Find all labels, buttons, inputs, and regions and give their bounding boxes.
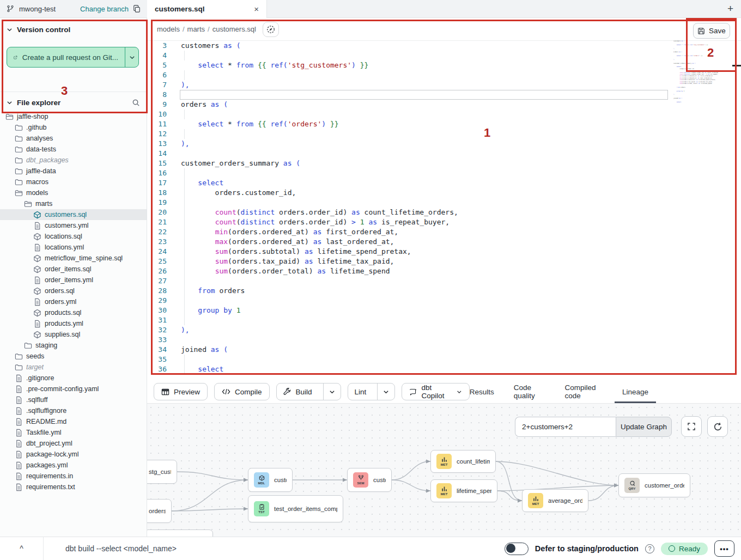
file-tree-item-metricflow-time-spine-sql[interactable]: metricflow_time_spine.sql xyxy=(0,253,147,264)
code-line-29[interactable]: 29 xyxy=(147,296,741,306)
file-tree-item-dbt-project-yml[interactable]: dbt_project.yml xyxy=(0,438,147,449)
code-line-9[interactable]: 9orders as ( xyxy=(147,100,741,109)
file-tree-item-package-lock-yml[interactable]: package-lock.yml xyxy=(0,449,147,460)
code-line-19[interactable]: 19 xyxy=(147,198,741,208)
result-tab-compiled-code[interactable]: Compiled code xyxy=(565,380,603,403)
file-tree-item--sqlfluffignore[interactable]: .sqlfluffignore xyxy=(0,405,147,416)
code-line-16[interactable]: 16 xyxy=(147,168,741,178)
file-tree-item-locations-yml[interactable]: locations.yml xyxy=(0,242,147,253)
create-pr-button[interactable]: Create a pull request on Git... xyxy=(7,47,139,68)
lineage-node-sem_customers[interactable]: SEMcustomers xyxy=(347,468,392,492)
code-line-4[interactable]: 4 xyxy=(147,51,741,60)
file-tree-item-readme-md[interactable]: README.md xyxy=(0,416,147,427)
result-tab-code-quality[interactable]: Code quality xyxy=(514,380,545,403)
code-line-33[interactable]: 33 xyxy=(147,335,741,345)
file-tree-item-requirements-in[interactable]: requirements.in xyxy=(0,471,147,482)
code-line-36[interactable]: 36 select xyxy=(147,364,741,374)
file-tree-item--gitignore[interactable]: .gitignore xyxy=(0,373,147,384)
file-tree-item-jaffle-shop[interactable]: jaffle-shop xyxy=(0,111,147,122)
file-tree-item--pre-commit-config-yaml[interactable]: .pre-commit-config.yaml xyxy=(0,384,147,394)
code-line-15[interactable]: 15customer_orders_summary as ( xyxy=(147,159,741,168)
code-line-25[interactable]: 25 sum(orders.tax_paid) as lifetime_tax_… xyxy=(147,257,741,266)
file-tree-item-marts[interactable]: marts xyxy=(0,198,147,209)
tab-close-icon[interactable]: × xyxy=(254,5,259,13)
lineage-node-average_order_value[interactable]: METaverage_order_value xyxy=(522,489,588,512)
update-graph-button[interactable]: Update Graph xyxy=(616,417,672,437)
lineage-node-customer_order_metrics[interactable]: QRYcustomer_order_metrics xyxy=(618,473,690,497)
code-line-12[interactable]: 12 xyxy=(147,129,741,139)
file-tree-item-order-items-sql[interactable]: order_items.sql xyxy=(0,264,147,275)
preview-button[interactable]: Preview xyxy=(154,383,208,400)
expand-command-bar-button[interactable]: ^ xyxy=(0,537,44,560)
file-tree-item-customers-yml[interactable]: customers.yml xyxy=(0,220,147,231)
file-tree-item-staging[interactable]: staging xyxy=(0,340,147,351)
file-tree-item-supplies-sql[interactable]: supplies.sql xyxy=(0,329,147,340)
file-tree-item-orders-sql[interactable]: orders.sql xyxy=(0,285,147,296)
file-tree-item-requirements-txt[interactable]: requirements.txt xyxy=(0,482,147,492)
lineage-node-partial_node[interactable] xyxy=(147,529,213,537)
tab-customers-sql[interactable]: customers.sql × xyxy=(147,0,267,18)
help-icon[interactable]: ? xyxy=(645,544,654,553)
code-line-35[interactable]: 35 xyxy=(147,355,741,364)
code-editor[interactable]: 3customers as (45 select * from {{ ref('… xyxy=(147,41,741,380)
lineage-node-stg_customers[interactable]: MDLstg_customers xyxy=(147,460,177,484)
dbt-copilot-button[interactable]: dbt Copilot xyxy=(402,383,469,400)
search-icon[interactable] xyxy=(132,99,140,107)
code-line-34[interactable]: 34joined as ( xyxy=(147,345,741,355)
lint-button[interactable]: Lint xyxy=(348,384,373,400)
file-tree-item--github[interactable]: .github xyxy=(0,122,147,133)
file-tree-item-models[interactable]: models xyxy=(0,187,147,198)
build-dropdown-button[interactable] xyxy=(323,384,341,400)
lint-dropdown-button[interactable] xyxy=(377,384,394,400)
file-tree-item-products-sql[interactable]: products.sql xyxy=(0,307,147,318)
file-tree-item-locations-sql[interactable]: locations.sql xyxy=(0,231,147,242)
code-line-22[interactable]: 22 min(orders.ordered_at) as first_order… xyxy=(147,227,741,237)
file-tree-item-analyses[interactable]: analyses xyxy=(0,133,147,144)
lineage-node-lifetime_spend_pretax[interactable]: METlifetime_spend_pretax xyxy=(430,479,497,502)
lineage-node-count_lifetime_orders[interactable]: METcount_lifetime_orders xyxy=(430,450,496,473)
command-placeholder[interactable]: dbt build --select <model_name> xyxy=(44,544,177,553)
refresh-button[interactable] xyxy=(707,416,728,437)
file-tree-item-seeds[interactable]: seeds xyxy=(0,351,147,362)
editor-minimap[interactable]: customers as ( select * from {{ ref('stg… xyxy=(671,36,718,108)
defer-toggle[interactable] xyxy=(505,543,529,555)
code-line-8[interactable]: 8 xyxy=(147,90,741,100)
code-line-31[interactable]: 31 xyxy=(147,315,741,325)
compass-button[interactable] xyxy=(263,22,279,37)
file-tree-item--sqlfluff[interactable]: .sqlfluff xyxy=(0,394,147,405)
code-line-14[interactable]: 14 xyxy=(147,149,741,159)
code-line-20[interactable]: 20 count(distinct orders.order_id) as co… xyxy=(147,208,741,217)
code-line-28[interactable]: 28 from orders xyxy=(147,286,741,296)
code-line-10[interactable]: 10 xyxy=(147,109,741,119)
code-line-13[interactable]: 13), xyxy=(147,139,741,149)
more-options-button[interactable]: ••• xyxy=(714,540,734,557)
code-line-6[interactable]: 6 xyxy=(147,70,741,80)
breadcrumb-part[interactable]: customers.sql xyxy=(212,25,256,33)
code-line-24[interactable]: 24 sum(orders.subtotal) as lifetime_spen… xyxy=(147,247,741,257)
change-branch-link[interactable]: Change branch xyxy=(80,5,129,13)
file-tree-item-target[interactable]: target xyxy=(0,362,147,373)
file-tree-item-dbt-packages[interactable]: dbt_packages xyxy=(0,155,147,166)
compile-button[interactable]: Compile xyxy=(214,383,270,400)
code-line-18[interactable]: 18 orders.customer_id, xyxy=(147,188,741,198)
code-line-27[interactable]: 27 xyxy=(147,276,741,286)
code-line-23[interactable]: 23 max(orders.ordered_at) as last_ordere… xyxy=(147,237,741,247)
file-tree-item-products-yml[interactable]: products.yml xyxy=(0,318,147,329)
file-tree-item-taskfile-yml[interactable]: Taskfile.yml xyxy=(0,427,147,438)
result-tab-results[interactable]: Results xyxy=(470,380,494,403)
new-tab-button[interactable]: + xyxy=(727,3,733,15)
build-button[interactable]: Build xyxy=(277,384,319,400)
code-line-32[interactable]: 32), xyxy=(147,325,741,335)
code-line-3[interactable]: 3customers as ( xyxy=(147,41,741,51)
file-tree-item-order-items-yml[interactable]: order_items.yml xyxy=(0,275,147,285)
pr-dropdown-button[interactable] xyxy=(125,47,138,67)
lineage-node-tst_node[interactable]: TSTtest_order_items_compute_to_bools... xyxy=(248,495,343,522)
breadcrumb-part[interactable]: models xyxy=(157,25,180,33)
lineage-node-orders_src[interactable]: MDLorders xyxy=(147,499,172,523)
file-tree-item-data-tests[interactable]: data-tests xyxy=(0,144,147,155)
code-line-7[interactable]: 7), xyxy=(147,80,741,90)
breadcrumb-part[interactable]: marts xyxy=(187,25,205,33)
code-line-26[interactable]: 26 sum(orders.order_total) as lifetime_s… xyxy=(147,266,741,276)
result-tab-lineage[interactable]: Lineage xyxy=(622,380,648,403)
file-tree-item-jaffle-data[interactable]: jaffle-data xyxy=(0,166,147,176)
